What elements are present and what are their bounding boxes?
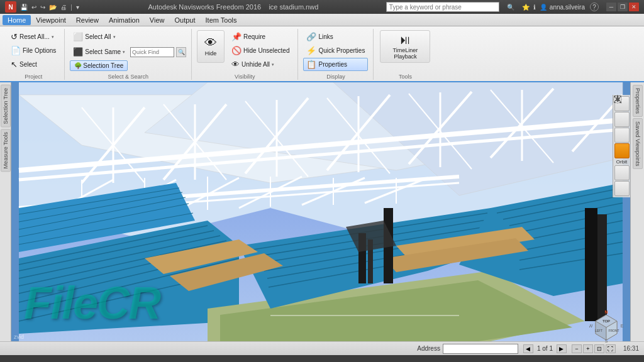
hide-icon: 👁 — [204, 36, 217, 49]
properties-icon: 📋 — [306, 60, 316, 69]
user-icon[interactable]: 👤 — [538, 3, 548, 11]
ribbon-group-display: 🔗 Links ⚡ Quick Properties 📋 Properties … — [298, 29, 374, 80]
tree-icon: 🌳 — [74, 62, 82, 69]
select-same-button[interactable]: ⬛ Select Same▾ — [70, 45, 128, 58]
address-input[interactable] — [443, 344, 518, 354]
undo-button[interactable]: ↩ — [30, 3, 38, 11]
status-controls: − + ⊡ ⛶ — [572, 344, 616, 353]
orbit-label: Orbit — [616, 159, 627, 165]
quick-find-search-icon[interactable]: 🔍 — [176, 47, 186, 57]
save-button[interactable]: 💾 — [19, 3, 29, 11]
ribbon-group-project: ↺ Reset All...▾ 📄 File Options ↖ Select … — [3, 29, 65, 80]
project-buttons: ↺ Reset All...▾ 📄 File Options ↖ Select — [8, 30, 59, 71]
prev-page-button[interactable]: ◀ — [523, 344, 533, 353]
display-controls: 🔗 Links ⚡ Quick Properties 📋 Properties — [303, 29, 368, 72]
orbit-button[interactable] — [614, 143, 630, 158]
viewport-container: Selection Tree Measure Tools — [0, 82, 644, 341]
titlebar-left: N 💾 ↩ ↪ 📂 🖨 | ▾ — [5, 1, 80, 13]
titlebar: N 💾 ↩ ↪ 📂 🖨 | ▾ Autodesk Navisworks Free… — [0, 0, 644, 14]
menubar: Home Viewpoint Review Animation View Out… — [0, 14, 644, 26]
nav-tools: Orbit — [613, 95, 630, 197]
svg-text:E: E — [621, 324, 624, 328]
svg-rect-83 — [597, 214, 607, 321]
reset-all-button[interactable]: ↺ Reset All...▾ — [8, 30, 59, 43]
menu-review[interactable]: Review — [71, 15, 104, 25]
project-controls: ↺ Reset All...▾ 📄 File Options ↖ Select — [8, 29, 59, 72]
selection-tree-button[interactable]: 🌳 Selection Tree — [70, 60, 128, 71]
select-all-button[interactable]: ⬜ Select All▾ — [70, 30, 118, 43]
menu-home[interactable]: Home — [3, 15, 31, 25]
fullscreen-button[interactable]: ⛶ — [606, 344, 616, 353]
file-options-button[interactable]: 📄 File Options — [8, 44, 59, 57]
unhide-all-button[interactable]: 👁 Unhide All▾ — [228, 58, 292, 71]
menu-animation[interactable]: Animation — [104, 15, 145, 25]
menu-output[interactable]: Output — [170, 15, 201, 25]
address-label: Address — [417, 345, 440, 352]
left-panel: Selection Tree Measure Tools — [0, 82, 11, 341]
right-panel: Properties Saved Viewpoints — [630, 82, 644, 341]
quick-find-input[interactable] — [130, 47, 174, 57]
viewcube[interactable]: TOP LEFT FRONT N S W E — [589, 309, 624, 343]
zoom-in-status-button[interactable]: + — [583, 344, 593, 353]
info-button[interactable]: ℹ — [532, 3, 537, 11]
help-button[interactable]: ? — [590, 3, 599, 11]
open-button[interactable]: 📂 — [48, 3, 58, 11]
require-button[interactable]: 📌 Require — [228, 30, 292, 43]
pan-button[interactable] — [614, 112, 630, 127]
customize-button[interactable]: ▾ — [75, 3, 80, 11]
star-button[interactable]: ⭐ — [521, 3, 531, 11]
viewport[interactable]: FileCR zvid Orbit — [11, 82, 630, 341]
hide-unselected-icon: 🚫 — [231, 46, 242, 55]
walk-button[interactable] — [614, 181, 630, 196]
ribbon-group-tools: ⏯ TimeLiner Playback Tools — [374, 29, 436, 80]
next-page-button[interactable]: ▶ — [557, 344, 567, 353]
menu-viewpoint[interactable]: Viewpoint — [31, 15, 71, 25]
svg-text:LEFT: LEFT — [595, 329, 602, 332]
status-address: Address — [417, 344, 518, 354]
visibility-small-buttons: 📌 Require 🚫 Hide Unselected 👁 Unhide All… — [228, 30, 292, 71]
menu-view[interactable]: View — [145, 15, 170, 25]
menu-item-tools[interactable]: Item Tools — [201, 15, 242, 25]
search-input[interactable] — [386, 2, 499, 12]
svg-rect-81 — [270, 315, 459, 316]
app-title: Autodesk Navisworks Freedom 2016 — [148, 3, 261, 11]
restore-button[interactable]: ❐ — [618, 3, 628, 11]
links-button[interactable]: 🔗 Links — [303, 30, 368, 43]
unhide-icon: 👁 — [231, 60, 240, 69]
search-icon[interactable]: 🔍 — [506, 3, 516, 11]
selection-tree-tab[interactable]: Selection Tree — [1, 85, 11, 128]
fit-page-button[interactable]: ⊡ — [594, 344, 604, 353]
filename: ice stadium.nwd — [269, 3, 318, 11]
hide-button[interactable]: 👁 Hide — [197, 30, 225, 63]
svg-text:N: N — [604, 310, 608, 314]
minimize-button[interactable]: ─ — [606, 3, 616, 11]
file-icon: 📄 — [11, 46, 21, 55]
zoom-button[interactable] — [614, 128, 630, 143]
select-search-label: Select & Search — [108, 74, 148, 80]
measure-tools-tab[interactable]: Measure Tools — [1, 129, 11, 172]
select-button[interactable]: ↖ Select — [8, 58, 59, 71]
time-display: 16:31 — [623, 345, 639, 352]
quick-properties-button[interactable]: ⚡ Quick Properties — [303, 44, 368, 57]
ribbon: ↺ Reset All...▾ 📄 File Options ↖ Select … — [0, 26, 644, 82]
properties-quick-icon: ⚡ — [306, 46, 316, 55]
properties-button[interactable]: 📋 Properties — [303, 58, 368, 71]
look-button[interactable] — [614, 165, 630, 180]
print-button[interactable]: 🖨 — [59, 3, 68, 11]
orbit-tool-container: Orbit — [614, 143, 630, 165]
project-label: Project — [25, 74, 42, 80]
display-label: Display — [326, 74, 345, 80]
close-button[interactable]: ✕ — [629, 3, 639, 11]
links-icon: 🔗 — [306, 32, 316, 41]
hide-unselected-button[interactable]: 🚫 Hide Unselected — [228, 44, 292, 57]
saved-viewpoints-tab[interactable]: Saved Viewpoints — [633, 118, 643, 169]
redo-button[interactable]: ↪ — [39, 3, 47, 11]
zvid-mark: zvid — [14, 334, 24, 340]
select-icon: ↖ — [11, 60, 18, 69]
svg-text:TOP: TOP — [602, 319, 610, 323]
properties-tab[interactable]: Properties — [633, 85, 643, 117]
statusbar: Address ◀ 1 of 1 ▶ − + ⊡ ⛶ 16:31 — [0, 341, 644, 355]
timeliner-playback-button[interactable]: ⏯ TimeLiner Playback — [380, 30, 430, 63]
reset-icon: ↺ — [11, 32, 18, 41]
zoom-out-status-button[interactable]: − — [572, 344, 582, 353]
